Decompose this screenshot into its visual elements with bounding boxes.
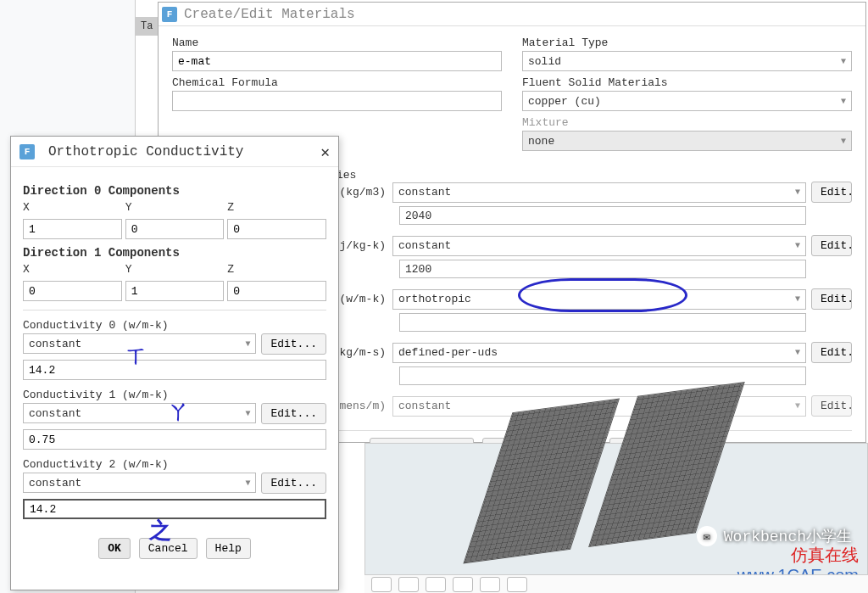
window-titlebar: F Create/Edit Materials <box>159 3 865 26</box>
dir0-z-input[interactable] <box>227 219 326 239</box>
app-icon: F <box>162 7 177 22</box>
dir1-x-input[interactable] <box>23 281 122 301</box>
chevron-down-icon: ▼ <box>795 348 800 357</box>
direction-0-header: Direction 0 Components <box>23 184 326 198</box>
app-icon: F <box>19 144 35 159</box>
y-label: Y <box>125 201 225 214</box>
z-label: Z <box>227 263 326 276</box>
name-input[interactable] <box>172 51 502 71</box>
chevron-down-icon: ▼ <box>841 57 846 66</box>
cp-mode-select[interactable]: constant▼ <box>392 236 806 256</box>
thermal-conductivity-value <box>399 313 806 332</box>
mixture-select: none▼ <box>522 131 852 151</box>
direction-1-header: Direction 1 Components <box>23 246 326 260</box>
density-edit-button[interactable]: Edit. <box>811 182 852 203</box>
dir0-y-input[interactable] <box>125 219 225 239</box>
watermark-text-1: 仿真在线 <box>791 544 859 567</box>
k0-value-input[interactable] <box>23 360 326 380</box>
dir0-x-input[interactable] <box>23 219 122 239</box>
toolbar-button[interactable] <box>426 577 446 592</box>
fluent-solid-label: Fluent Solid Materials <box>522 76 852 89</box>
dialog-titlebar: F Orthotropic Conductivity ✕ <box>11 137 338 167</box>
k2-mode-select[interactable]: constant▼ <box>23 473 256 493</box>
y-label: Y <box>125 263 225 276</box>
k0-label: Conductivity 0 (w/m-k) <box>23 319 326 332</box>
fluent-solid-select[interactable]: copper (cu)▼ <box>522 91 852 111</box>
density-value[interactable]: 2040 <box>399 206 806 225</box>
ok-button[interactable]: OK <box>98 538 131 559</box>
toolbar-button[interactable] <box>398 577 419 592</box>
material-type-label: Material Type <box>522 36 852 49</box>
toolbar-button[interactable] <box>480 577 500 592</box>
properties-header-fragment: ies <box>337 169 356 182</box>
dialog-title: Orthotropic Conductivity <box>48 144 243 159</box>
thermal-conductivity-mode-select[interactable]: orthotropic▼ <box>392 289 806 310</box>
dir1-z-input[interactable] <box>227 281 326 301</box>
chevron-down-icon: ▼ <box>841 97 846 106</box>
k0-mode-select[interactable]: constant▼ <box>23 333 256 354</box>
chem-formula-label: Chemical Formula <box>172 76 502 89</box>
dialog-button-row: OK Cancel Help <box>23 538 326 559</box>
chevron-down-icon: ▼ <box>245 339 250 349</box>
k1-edit-button[interactable]: Edit... <box>261 403 326 424</box>
k0-edit-button[interactable]: Edit... <box>261 333 326 355</box>
chevron-down-icon: ▼ <box>795 241 800 250</box>
uds-edit-button[interactable]: Edit. <box>811 342 852 363</box>
chevron-down-icon: ▼ <box>841 137 846 146</box>
thermal-conductivity-edit-button[interactable]: Edit. <box>811 288 852 310</box>
viewport-toolbar <box>364 574 868 593</box>
window-title: Create/Edit Materials <box>184 7 355 22</box>
elec-edit-button[interactable]: Edit. <box>811 395 852 417</box>
3d-viewport[interactable]: ✉ Workbench小学生 仿真在线 www.1CAE.com <box>364 443 868 591</box>
left-tab-label: Ta <box>136 17 158 36</box>
dir1-y-input[interactable] <box>125 281 225 301</box>
name-label: Name <box>172 36 502 49</box>
uds-mode-select[interactable]: defined-per-uds▼ <box>392 343 806 363</box>
toolbar-button[interactable] <box>453 577 473 592</box>
wechat-icon: ✉ <box>697 526 717 546</box>
orthotropic-conductivity-dialog: F Orthotropic Conductivity ✕ Direction 0… <box>10 136 339 590</box>
cp-value[interactable]: 1200 <box>399 260 806 278</box>
x-label: X <box>23 263 122 276</box>
help-button[interactable]: Help <box>206 538 251 559</box>
k2-label: Conductivity 2 (w/m-k) <box>23 458 326 471</box>
k1-mode-select[interactable]: constant▼ <box>23 403 256 423</box>
cancel-button[interactable]: Cancel <box>139 538 198 559</box>
cp-edit-button[interactable]: Edit. <box>811 235 852 256</box>
toolbar-button[interactable] <box>371 577 392 592</box>
k2-edit-button[interactable]: Edit... <box>261 473 326 494</box>
chevron-down-icon: ▼ <box>795 294 800 304</box>
toolbar-button[interactable] <box>507 577 527 592</box>
z-label: Z <box>227 201 326 214</box>
chevron-down-icon: ▼ <box>245 478 250 488</box>
k2-value-input[interactable] <box>23 499 326 519</box>
chevron-down-icon: ▼ <box>245 409 250 418</box>
k1-label: Conductivity 1 (w/m-k) <box>23 389 326 401</box>
chevron-down-icon: ▼ <box>795 187 800 197</box>
chevron-down-icon: ▼ <box>795 401 800 411</box>
close-icon[interactable]: ✕ <box>320 143 330 161</box>
x-label: X <box>23 201 122 214</box>
mixture-label: Mixture <box>522 116 852 129</box>
material-type-select[interactable]: solid▼ <box>522 51 852 71</box>
chem-formula-input[interactable] <box>172 91 502 111</box>
k1-value-input[interactable] <box>23 429 326 450</box>
density-mode-select[interactable]: constant▼ <box>392 182 806 203</box>
